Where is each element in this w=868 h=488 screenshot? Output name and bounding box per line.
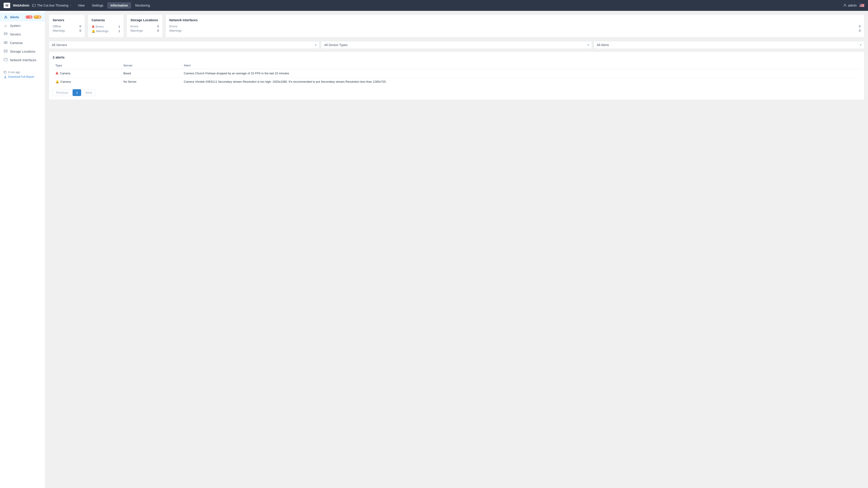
servers-icon xyxy=(4,32,8,36)
sidebar-item-alerts[interactable]: ⚠ Alerts ! 1 🔔 1 xyxy=(0,13,45,22)
logo: W xyxy=(4,3,10,8)
alert-message-cell: Camera Vivotek-OIE9111 Secondary stream … xyxy=(181,78,861,86)
col-alert: Alert xyxy=(181,62,861,69)
network-errors-row: Errors 0 xyxy=(169,25,861,28)
device-type-filter-label: All Device Types xyxy=(324,43,347,47)
sidebar-network-label: Network Interfaces xyxy=(10,58,36,62)
servers-warnings-value: 0 xyxy=(80,29,81,32)
network-errors-value: 0 xyxy=(859,25,861,28)
storage-icon xyxy=(4,50,8,54)
storage-warnings-label: Warnings xyxy=(130,29,143,32)
page-1-button[interactable]: 1 xyxy=(72,89,81,96)
alerts-badges: ! 1 🔔 1 xyxy=(26,15,41,19)
servers-card-title: Servers xyxy=(53,18,81,22)
refresh-time: 0 min ago xyxy=(4,71,41,74)
cameras-errors-label-group: ! Errors xyxy=(92,25,103,29)
servers-warnings-row: Warnings 0 xyxy=(53,29,81,32)
header-nav: View Settings Information Monitoring xyxy=(74,2,153,8)
alerts-warning-badge: 🔔 1 xyxy=(33,15,41,19)
sidebar-item-servers[interactable]: Servers xyxy=(0,30,45,39)
sidebar-item-network[interactable]: Network Interfaces xyxy=(0,56,45,64)
servers-filter[interactable]: All Servers ▾ xyxy=(49,41,319,49)
site-name[interactable]: The Cut Axe Throwing xyxy=(32,4,68,7)
header-right: admin 🇺🇸 xyxy=(843,3,864,8)
alert-type-cell: 🔔Camera xyxy=(53,78,121,86)
svg-text:!: ! xyxy=(93,26,93,27)
sidebar: ⚠ Alerts ! 1 🔔 1 ⌂ System xyxy=(0,11,45,488)
previous-button[interactable]: Previous xyxy=(53,89,72,96)
nav-information[interactable]: Information xyxy=(107,2,131,8)
col-type: Type xyxy=(53,62,121,69)
servers-offline-value: 0 xyxy=(80,25,81,28)
svg-rect-6 xyxy=(4,34,7,35)
servers-offline-label: Offline xyxy=(53,25,61,28)
sidebar-item-system[interactable]: ⌂ System xyxy=(0,22,45,30)
nav-view[interactable]: View xyxy=(74,2,88,8)
app-name: WebAdmin xyxy=(13,4,29,7)
alert-message-cell: Camera Church Fisheye dropped by an aver… xyxy=(181,69,861,78)
alert-type-label: Camera xyxy=(60,72,70,75)
cameras-card: Cameras ! Errors 1 xyxy=(88,14,124,37)
storage-warnings-row: Warnings 0 xyxy=(130,29,159,32)
site-icon xyxy=(32,4,36,7)
servers-card: Servers Offline 0 Warnings 0 xyxy=(49,14,85,37)
alert-type-cell: ! Camera xyxy=(53,69,121,78)
next-button[interactable]: Next xyxy=(82,89,95,96)
network-errors-label: Errors xyxy=(169,25,177,28)
storage-card: Storage Locations Errors 0 Warnings 0 xyxy=(127,14,163,37)
alert-server-cell: Beast xyxy=(121,69,181,78)
download-label: Download Full Report xyxy=(8,75,34,78)
storage-errors-row: Errors 0 xyxy=(130,25,159,28)
user-icon xyxy=(843,4,847,7)
cameras-warnings-label: Warnings xyxy=(96,29,108,33)
refresh-label: 0 min ago xyxy=(8,71,20,74)
network-warnings-row: Warnings 0 xyxy=(169,29,861,32)
sidebar-item-cameras[interactable]: Cameras xyxy=(0,39,45,47)
storage-svg-icon xyxy=(4,50,7,53)
servers-filter-chevron: ▾ xyxy=(315,43,316,47)
error-triangle-icon: ! xyxy=(27,15,29,18)
alert-type-group: ! Camera xyxy=(55,71,118,75)
table-row: 🔔CameraNx ServerCamera Vivotek-OIE9111 S… xyxy=(53,78,861,86)
svg-rect-13 xyxy=(4,58,7,61)
main-content: Servers Offline 0 Warnings 0 Cameras xyxy=(45,11,868,488)
storage-errors-value: 0 xyxy=(157,25,159,28)
language-flag[interactable]: 🇺🇸 xyxy=(860,3,864,8)
cameras-svg-icon xyxy=(4,41,7,44)
alert-warning-icon: 🔔 xyxy=(55,80,59,84)
download-report[interactable]: Download Full Report xyxy=(4,75,41,78)
col-server: Server xyxy=(121,62,181,69)
pagination: Previous 1 Next xyxy=(53,89,861,96)
cameras-errors-label: Errors xyxy=(96,25,103,28)
nav-monitoring[interactable]: Monitoring xyxy=(132,2,153,8)
svg-rect-5 xyxy=(4,33,7,33)
device-type-filter[interactable]: All Device Types ▾ xyxy=(321,41,592,49)
breadcrumb-separator: › xyxy=(70,4,71,7)
network-card: Network Interfaces Errors 0 Warnings 0 xyxy=(165,14,864,37)
storage-errors-label: Errors xyxy=(130,25,138,28)
servers-filter-label: All Servers xyxy=(52,43,67,47)
svg-point-2 xyxy=(844,4,846,5)
nav-settings[interactable]: Settings xyxy=(89,2,106,8)
servers-warnings-label: Warnings xyxy=(53,29,65,32)
cameras-card-title: Cameras xyxy=(92,18,120,22)
system-icon: ⌂ xyxy=(4,24,8,28)
user-menu[interactable]: admin xyxy=(843,4,857,7)
alerts-icon: ⚠ xyxy=(4,15,8,19)
user-label: admin xyxy=(848,4,857,7)
table-row: ! CameraBeastCamera Church Fisheye dropp… xyxy=(53,69,861,78)
sidebar-alerts-label: Alerts xyxy=(10,15,19,19)
cameras-errors-row: ! Errors 1 xyxy=(92,25,120,29)
device-type-filter-chevron: ▾ xyxy=(587,43,589,47)
layout: ⚠ Alerts ! 1 🔔 1 ⌂ System xyxy=(0,11,868,488)
alert-error-icon: ! xyxy=(55,71,59,75)
sidebar-cameras-label: Cameras xyxy=(10,41,23,45)
alert-type-group: 🔔Camera xyxy=(55,80,118,84)
cameras-errors-value: 1 xyxy=(119,25,120,28)
alerts-filter[interactable]: All Alerts ▾ xyxy=(594,41,864,49)
sidebar-item-storage[interactable]: Storage Locations xyxy=(0,47,45,56)
refresh-icon xyxy=(4,71,7,74)
alerts-section: 2 alerts Type Server Alert ! CameraBeast… xyxy=(49,52,864,100)
cameras-warnings-label-group: 🔔 Warnings xyxy=(92,29,108,33)
cameras-warning-icon: 🔔 xyxy=(92,29,95,33)
